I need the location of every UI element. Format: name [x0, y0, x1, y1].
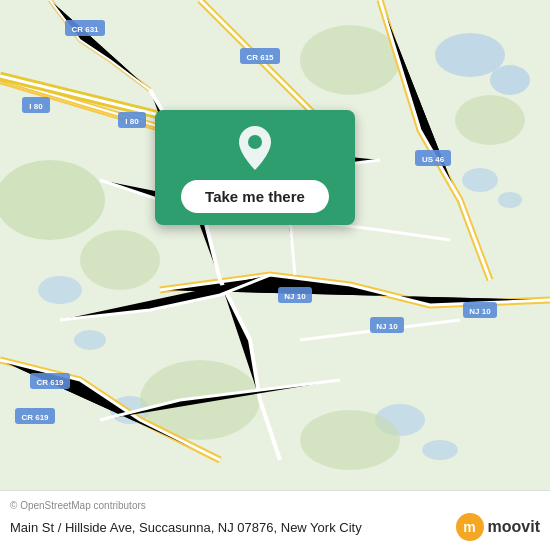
svg-point-13: [455, 95, 525, 145]
svg-text:NJ 10: NJ 10: [284, 292, 306, 301]
bottom-bar: © OpenStreetMap contributors Main St / H…: [0, 490, 550, 550]
map-view: CR 631 CR 615 I 80 I 80 US 46 NJ 10 NJ 1…: [0, 0, 550, 490]
svg-text:US 46: US 46: [422, 155, 445, 164]
svg-point-10: [0, 160, 105, 240]
svg-text:CR 619: CR 619: [21, 413, 49, 422]
svg-point-2: [490, 65, 530, 95]
svg-text:CR 619: CR 619: [36, 378, 64, 387]
svg-point-9: [422, 440, 458, 460]
moovit-icon: m: [456, 513, 484, 541]
address-label: Main St / Hillside Ave, Succasunna, NJ 0…: [10, 520, 456, 535]
svg-point-6: [74, 330, 106, 350]
svg-point-5: [38, 276, 82, 304]
svg-text:NJ 10: NJ 10: [469, 307, 491, 316]
svg-text:CR 615: CR 615: [246, 53, 274, 62]
moovit-logo: m moovit: [456, 513, 540, 541]
location-pin-icon: [237, 126, 273, 170]
svg-point-12: [300, 25, 400, 95]
svg-point-1: [435, 33, 505, 77]
svg-point-3: [462, 168, 498, 192]
svg-text:I 80: I 80: [125, 117, 139, 126]
svg-point-4: [498, 192, 522, 208]
svg-text:NJ 10: NJ 10: [376, 322, 398, 331]
svg-text:CR 631: CR 631: [71, 25, 99, 34]
take-me-there-button[interactable]: Take me there: [181, 180, 329, 213]
svg-text:I 80: I 80: [29, 102, 43, 111]
moovit-text: moovit: [488, 518, 540, 536]
location-card: Take me there: [155, 110, 355, 225]
svg-point-15: [300, 410, 400, 470]
svg-point-38: [248, 135, 262, 149]
map-attribution: © OpenStreetMap contributors: [10, 500, 540, 511]
svg-point-11: [80, 230, 160, 290]
